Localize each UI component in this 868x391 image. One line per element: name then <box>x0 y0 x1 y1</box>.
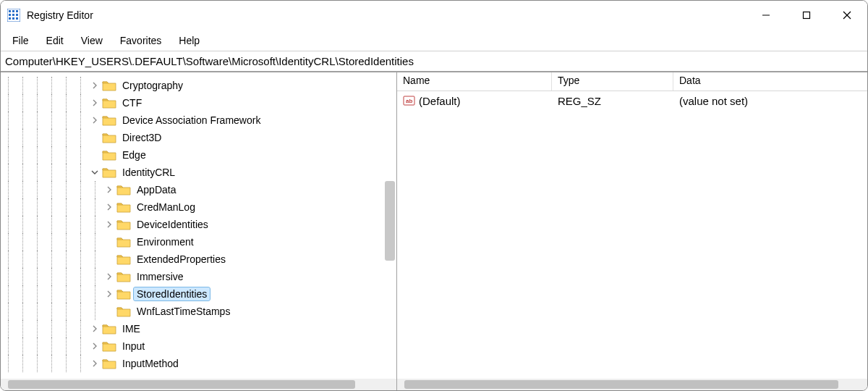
chevron-right-icon[interactable] <box>88 117 102 124</box>
menu-help[interactable]: Help <box>170 32 208 49</box>
tree-node-label[interactable]: Immersive <box>134 270 187 283</box>
tree-horizontal-scrollbar[interactable] <box>1 379 396 390</box>
tree-node[interactable]: InputMethod <box>1 355 396 372</box>
column-header-name[interactable]: Name <box>397 72 552 91</box>
menu-view[interactable]: View <box>72 32 111 49</box>
tree-node[interactable]: StoredIdentities <box>1 285 396 303</box>
registry-tree: CryptographyCTFDevice Association Framew… <box>1 72 396 377</box>
chevron-right-icon[interactable] <box>88 82 102 89</box>
tree-node-label[interactable]: IdentityCRL <box>119 166 178 179</box>
svg-rect-6 <box>16 14 18 16</box>
folder-icon <box>102 357 116 370</box>
main-split: CryptographyCTFDevice Association Framew… <box>1 72 867 390</box>
titlebar: Registry Editor <box>1 1 867 30</box>
folder-icon <box>102 148 116 161</box>
tree-node-label[interactable]: AppData <box>134 183 179 196</box>
chevron-right-icon[interactable] <box>88 99 102 106</box>
tree-node-label[interactable]: DeviceIdentities <box>134 218 211 231</box>
tree-vertical-scrollbar[interactable] <box>385 181 395 261</box>
folder-icon <box>116 270 131 283</box>
tree-node[interactable]: WnfLastTimeStamps <box>1 303 396 320</box>
tree-node-label[interactable]: Direct3D <box>119 131 164 144</box>
tree-node-label[interactable]: Edge <box>119 148 149 161</box>
folder-icon <box>102 131 116 144</box>
tree-node[interactable]: Direct3D <box>1 129 396 146</box>
svg-rect-11 <box>804 12 810 19</box>
window-controls <box>746 1 867 30</box>
values-horizontal-scrollbar[interactable] <box>397 379 867 390</box>
tree-node[interactable]: CredManLog <box>1 198 396 216</box>
tree-node[interactable]: IME <box>1 320 396 337</box>
tree-node[interactable]: Input <box>1 337 396 355</box>
tree-node-label[interactable]: StoredIdentities <box>134 287 210 300</box>
svg-rect-5 <box>12 14 14 16</box>
tree-node-label[interactable]: Device Association Framework <box>119 114 263 127</box>
tree-node-label[interactable]: IME <box>119 322 143 335</box>
svg-rect-9 <box>16 17 18 20</box>
tree-node[interactable]: CTF <box>1 94 396 112</box>
tree-node[interactable]: IdentityCRL <box>1 164 396 181</box>
svg-rect-8 <box>12 17 14 20</box>
tree-node-label[interactable]: InputMethod <box>119 357 182 370</box>
chevron-right-icon[interactable] <box>102 290 116 298</box>
values-header: Name Type Data <box>397 72 867 91</box>
tree-node[interactable]: Edge <box>1 146 396 164</box>
svg-rect-2 <box>12 10 14 12</box>
chevron-right-icon[interactable] <box>102 203 116 211</box>
folder-icon <box>116 201 131 214</box>
svg-text:ab: ab <box>406 98 412 104</box>
tree-node-label[interactable]: Environment <box>134 235 197 248</box>
tree-node-label[interactable]: WnfLastTimeStamps <box>134 305 233 318</box>
maximize-button[interactable] <box>786 1 827 30</box>
address-bar[interactable]: Computer\HKEY_USERS\.DEFAULT\Software\Mi… <box>1 51 867 72</box>
menubar: File Edit View Favorites Help <box>1 30 867 51</box>
chevron-right-icon[interactable] <box>88 360 102 367</box>
menu-edit[interactable]: Edit <box>38 32 72 49</box>
chevron-right-icon[interactable] <box>102 273 116 280</box>
values-horizontal-scrollbar-thumb[interactable] <box>404 380 838 389</box>
value-name: (Default) <box>419 95 461 107</box>
svg-rect-3 <box>16 10 18 12</box>
values-pane: Name Type Data ab (Default) REG_SZ (valu… <box>397 72 867 390</box>
tree-node-label[interactable]: CredManLog <box>134 201 198 214</box>
value-name-cell: ab (Default) <box>397 94 552 107</box>
folder-icon <box>116 183 131 196</box>
value-row[interactable]: ab (Default) REG_SZ (value not set) <box>397 91 867 110</box>
tree-scroll-area[interactable]: CryptographyCTFDevice Association Framew… <box>1 72 396 379</box>
tree-node-label[interactable]: Input <box>119 340 148 353</box>
tree-node[interactable]: Immersive <box>1 268 396 285</box>
column-header-type[interactable]: Type <box>552 72 673 91</box>
tree-node-label[interactable]: CTF <box>119 96 145 109</box>
svg-rect-7 <box>9 17 11 20</box>
tree-node[interactable]: Environment <box>1 233 396 251</box>
folder-icon <box>116 253 131 266</box>
chevron-right-icon[interactable] <box>88 325 102 332</box>
folder-icon <box>102 96 116 109</box>
folder-icon <box>116 287 131 300</box>
address-path: Computer\HKEY_USERS\.DEFAULT\Software\Mi… <box>5 55 414 67</box>
tree-node[interactable]: DeviceIdentities <box>1 216 396 233</box>
chevron-right-icon[interactable] <box>88 342 102 350</box>
chevron-down-icon[interactable] <box>88 169 102 176</box>
string-value-icon: ab <box>403 94 416 107</box>
tree-node[interactable]: ExtendedProperties <box>1 251 396 268</box>
tree-node[interactable]: AppData <box>1 181 396 198</box>
column-header-data[interactable]: Data <box>673 72 867 91</box>
tree-horizontal-scrollbar-thumb[interactable] <box>8 380 355 389</box>
tree-node[interactable]: Cryptography <box>1 77 396 94</box>
folder-icon <box>102 166 116 179</box>
tree-node-label[interactable]: Cryptography <box>119 79 186 92</box>
close-button[interactable] <box>827 1 867 30</box>
chevron-right-icon[interactable] <box>102 186 116 193</box>
tree-node-label[interactable]: ExtendedProperties <box>134 253 229 266</box>
folder-icon <box>102 79 116 92</box>
minimize-button[interactable] <box>746 1 786 30</box>
menu-file[interactable]: File <box>4 32 38 49</box>
tree-node[interactable]: Device Association Framework <box>1 112 396 129</box>
menu-favorites[interactable]: Favorites <box>111 32 171 49</box>
chevron-right-icon[interactable] <box>102 221 116 228</box>
svg-rect-4 <box>9 14 11 16</box>
folder-icon <box>102 340 116 353</box>
folder-icon <box>116 218 131 231</box>
folder-icon <box>102 114 116 127</box>
